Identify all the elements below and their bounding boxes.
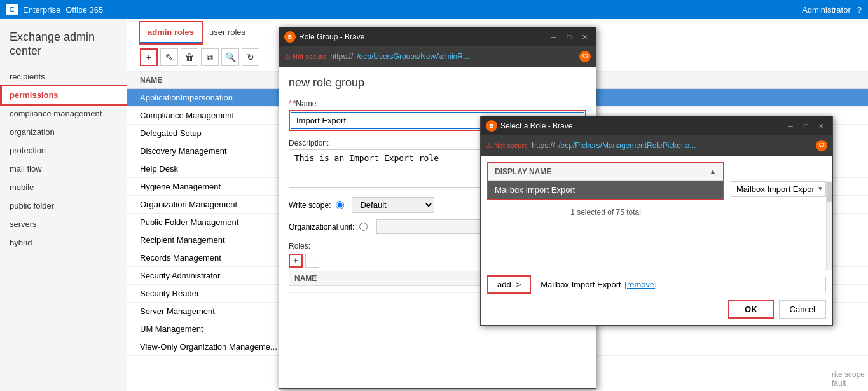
selected-count: 1 selected of 75 total xyxy=(487,205,724,219)
org-unit-label: Organizational unit: xyxy=(289,223,354,231)
maximize-btn-1[interactable]: □ xyxy=(563,31,575,43)
write-scope-label: Write scope: xyxy=(289,201,331,210)
right-input-container: ▼ xyxy=(731,181,826,270)
delete-button[interactable]: 🗑 xyxy=(181,48,198,66)
display-name-header: DISPLAY NAME ▲ xyxy=(488,163,723,181)
write-scope-select[interactable]: Default xyxy=(352,197,434,213)
refresh-button[interactable]: ↻ xyxy=(242,48,259,66)
edit-button[interactable]: ✎ xyxy=(160,48,178,66)
scroll-track xyxy=(826,181,832,270)
copy-button[interactable]: ⧉ xyxy=(201,48,219,66)
role-list-container: DISPLAY NAME ▲ Mailbox Import Export xyxy=(487,162,724,200)
sidebar-item-permissions[interactable]: permissions xyxy=(0,86,127,104)
browser-titlebar-1: B Role Group - Brave ─ □ ✕ xyxy=(279,27,596,46)
scroll-thumb[interactable] xyxy=(827,182,833,202)
search-button[interactable]: 🔍 xyxy=(221,48,239,66)
browser-content-2: DISPLAY NAME ▲ Mailbox Import Export 1 s… xyxy=(481,156,832,325)
bg-content-area: rite scope fault xyxy=(829,367,868,391)
admin-user-label[interactable]: Administrator xyxy=(802,5,851,15)
add-role-button[interactable]: add -> xyxy=(487,275,531,294)
ok-button[interactable]: OK xyxy=(728,300,774,319)
close-btn-1[interactable]: ✕ xyxy=(578,31,591,43)
sidebar-item-compliance[interactable]: compliance management xyxy=(0,104,127,123)
minimize-btn-2[interactable]: ─ xyxy=(784,120,797,132)
titlebar-title-1: B Role Group - Brave xyxy=(284,31,364,43)
role-picker-body: DISPLAY NAME ▲ Mailbox Import Export 1 s… xyxy=(487,162,826,270)
write-scope-radio[interactable] xyxy=(336,201,344,209)
close-btn-2[interactable]: ✕ xyxy=(815,120,827,132)
bg-write-scope: rite scope xyxy=(832,370,865,379)
added-role-name: Mailbox Import Export xyxy=(541,280,621,289)
brave-icon-1: B xyxy=(284,31,296,43)
role-right-panel: ▼ xyxy=(731,162,826,270)
remove-link[interactable]: [remove] xyxy=(624,280,657,289)
roles-add-button[interactable]: + xyxy=(289,254,303,268)
role-list-item-selected[interactable]: Mailbox Import Export xyxy=(488,181,723,199)
roles-name-col: NAME xyxy=(294,274,317,283)
bg-default: fault xyxy=(832,379,865,388)
sidebar-item-mobile[interactable]: mobile xyxy=(0,178,127,196)
logo-letter: E xyxy=(10,6,15,13)
sort-icon[interactable]: ▲ xyxy=(709,167,717,176)
brave-icon-2: B xyxy=(486,120,497,132)
not-secure-indicator-2: ⚠ Not secure xyxy=(486,142,528,150)
dropdown-icon[interactable]: ▼ xyxy=(817,185,823,192)
address-https-1: https:// xyxy=(330,52,353,61)
sidebar-item-protection[interactable]: protection xyxy=(0,141,127,160)
brave-shield-1: 🛡 xyxy=(579,51,591,62)
help-button[interactable]: ? xyxy=(857,5,862,15)
enterprise-logo: E xyxy=(6,4,18,15)
addressbar-2: ⚠ Not secure https:// /ecp/Pickers/Manag… xyxy=(481,135,832,156)
tab-admin-roles[interactable]: admin roles xyxy=(140,22,202,43)
app-title: Exchange admin center xyxy=(0,25,127,67)
brave-shield-2: 🛡 xyxy=(816,140,827,151)
address-path-2: /ecp/Pickers/ManagementRolePicker.a... xyxy=(558,141,812,150)
browser-controls-1: ─ □ ✕ xyxy=(548,31,591,43)
selected-roles-display: Mailbox Import Export [remove] xyxy=(535,277,826,292)
select-role-window: B Select a Role - Brave ─ □ ✕ ⚠ Not secu… xyxy=(480,116,833,326)
role-right-input[interactable] xyxy=(731,181,826,197)
add-section: add -> Mailbox Import Export [remove] xyxy=(487,275,826,294)
sidebar-item-publicfolder[interactable]: public folder xyxy=(0,196,127,215)
org-unit-radio[interactable] xyxy=(359,223,368,231)
roles-remove-button[interactable]: − xyxy=(305,254,319,268)
add-button[interactable]: + xyxy=(140,48,158,66)
not-secure-indicator-1: ⚠ Not secure xyxy=(284,53,326,61)
address-https-2: https:// xyxy=(532,141,555,150)
sidebar: Exchange admin center recipients permiss… xyxy=(0,19,127,391)
browser-titlebar-2: B Select a Role - Brave ─ □ ✕ xyxy=(481,116,832,135)
role-list-panel: DISPLAY NAME ▲ Mailbox Import Export 1 s… xyxy=(487,162,724,270)
top-bar-left: E Enterprise Office 365 xyxy=(6,4,103,15)
minimize-btn-1[interactable]: ─ xyxy=(548,31,560,43)
sidebar-item-hybrid[interactable]: hybrid xyxy=(0,233,127,252)
window-title-2: Select a Role - Brave xyxy=(500,121,572,130)
top-bar: E Enterprise Office 365 Administrator ? xyxy=(0,0,868,19)
product-enterprise: Enterprise xyxy=(23,5,60,15)
product-office365: Office 365 xyxy=(65,5,103,15)
sidebar-item-servers[interactable]: servers xyxy=(0,215,127,233)
form-title-1: new role group xyxy=(289,76,586,90)
addressbar-1: ⚠ Not secure https:// /ecp/UsersGroups/N… xyxy=(279,46,596,67)
titlebar-title-2: B Select a Role - Brave xyxy=(486,120,572,132)
sidebar-item-mailflow[interactable]: mail flow xyxy=(0,160,127,178)
select-cancel-button[interactable]: Cancel xyxy=(779,300,826,319)
name-label: *Name: xyxy=(289,99,586,108)
sidebar-item-recipients[interactable]: recipients xyxy=(0,67,127,86)
window-title-1: Role Group - Brave xyxy=(299,32,364,41)
address-path-1: /ecp/UsersGroups/NewAdminR... xyxy=(357,52,575,61)
top-bar-right: Administrator ? xyxy=(802,5,862,15)
dialog-footer: OK Cancel xyxy=(487,300,826,319)
tab-user-roles[interactable]: user roles xyxy=(202,22,253,43)
browser-controls-2: ─ □ ✕ xyxy=(784,120,827,132)
maximize-btn-2[interactable]: □ xyxy=(799,120,812,132)
sidebar-item-organization[interactable]: organization xyxy=(0,123,127,141)
